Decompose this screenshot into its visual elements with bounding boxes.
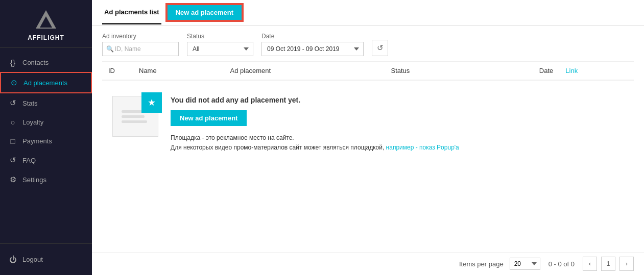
empty-text-section: You did not add any ad placement yet. Ne… xyxy=(171,96,624,153)
ad-placements-icon: ⊙ xyxy=(9,78,18,87)
sidebar-item-label: Loyalty xyxy=(22,118,43,126)
items-per-page-select[interactable]: 10 20 50 100 xyxy=(510,258,540,270)
tabs-bar: Ad placments list New ad placement xyxy=(92,0,644,26)
pagination-bar: Items per page 10 20 50 100 0 - 0 of 0 ‹… xyxy=(92,252,644,275)
date-select[interactable]: 09 Oct 2019 - 09 Oct 2019 xyxy=(261,42,364,56)
table-header-row: ID Name Ad placement Status Date Link xyxy=(102,62,634,81)
sidebar-item-logout[interactable]: ⏻ Logout xyxy=(0,250,92,269)
payments-icon: □ xyxy=(8,137,17,145)
status-filter: Status All Active Inactive xyxy=(187,33,253,56)
sidebar-item-settings[interactable]: ⚙ Settings xyxy=(0,170,92,189)
filters-bar: Ad inventory 🔍 Status All Active Inactiv… xyxy=(92,26,644,61)
faq-icon: ↺ xyxy=(8,156,17,165)
col-link: Link xyxy=(559,62,634,81)
star-icon: ★ xyxy=(148,97,156,108)
table-header: ID Name Ad placement Status Date Link xyxy=(102,62,634,81)
status-select[interactable]: All Active Inactive xyxy=(187,42,253,56)
col-name: Name xyxy=(133,62,224,81)
empty-state-cell: ★ You did not add any ad placement yet. … xyxy=(102,80,634,168)
empty-state: ★ You did not add any ad placement yet. … xyxy=(102,81,634,168)
description-text: Площадка - это рекламное место на сайте.… xyxy=(171,133,624,153)
sidebar-item-ad-placements[interactable]: ⊙ Ad placements xyxy=(0,72,92,93)
sidebar-item-faq[interactable]: ↺ FAQ xyxy=(0,151,92,170)
desc-line-2-start: Для некоторых видео промо-материалов сай… xyxy=(171,144,384,151)
logo-area: AFFILIGHT xyxy=(0,0,92,48)
col-id: ID xyxy=(102,62,133,81)
placeholder-line-2 xyxy=(122,115,145,118)
date-label: Date xyxy=(261,33,364,40)
sidebar-footer: ⏻ Logout xyxy=(0,243,92,275)
sidebar-item-label: FAQ xyxy=(22,157,36,164)
current-page: 1 xyxy=(601,257,615,271)
sidebar-item-label: Contacts xyxy=(22,59,49,66)
placeholder-line-3 xyxy=(122,120,147,123)
status-label: Status xyxy=(187,33,253,40)
main-content: Ad placments list New ad placement Ad in… xyxy=(92,0,644,275)
new-ad-placement-button[interactable]: New ad placement xyxy=(166,4,243,21)
sidebar-item-payments[interactable]: □ Payments xyxy=(0,132,92,151)
star-box: ★ xyxy=(141,92,162,113)
logout-label: Logout xyxy=(22,256,43,263)
desc-line-2-link[interactable]: например - показ Popup'а xyxy=(384,144,459,151)
sidebar-item-label: Stats xyxy=(22,99,38,107)
date-filter: Date 09 Oct 2019 - 09 Oct 2019 xyxy=(261,33,364,56)
logo-icon xyxy=(8,9,84,31)
loyalty-icon: ○ xyxy=(8,118,17,127)
ad-placements-table: ID Name Ad placement Status Date Link xyxy=(102,61,634,168)
sidebar-nav: {} Contacts ⊙ Ad placements ↺ Stats ○ Lo… xyxy=(0,48,92,243)
logout-icon: ⏻ xyxy=(8,255,17,264)
reset-button[interactable]: ↺ xyxy=(372,40,388,56)
empty-state-row: ★ You did not add any ad placement yet. … xyxy=(102,80,634,168)
sidebar-item-stats[interactable]: ↺ Stats xyxy=(0,93,92,113)
inventory-label: Ad inventory xyxy=(102,33,179,40)
table-body: ★ You did not add any ad placement yet. … xyxy=(102,80,634,168)
table-container: ID Name Ad placement Status Date Link xyxy=(92,61,644,252)
sidebar-item-loyalty[interactable]: ○ Loyalty xyxy=(0,113,92,132)
settings-icon: ⚙ xyxy=(8,175,17,184)
stats-icon: ↺ xyxy=(8,98,17,108)
col-ad-placement: Ad placement xyxy=(224,62,385,81)
items-per-page-label: Items per page xyxy=(459,260,504,268)
sidebar-item-label: Ad placements xyxy=(23,79,67,87)
inventory-filter: Ad inventory 🔍 xyxy=(102,33,179,56)
prev-page-button[interactable]: ‹ xyxy=(583,257,597,271)
sidebar-item-contacts[interactable]: {} Contacts xyxy=(0,53,92,72)
empty-title: You did not add any ad placement yet. xyxy=(171,96,624,104)
next-page-button[interactable]: › xyxy=(619,257,634,271)
sidebar: AFFILIGHT {} Contacts ⊙ Ad placements ↺ … xyxy=(0,0,92,275)
sidebar-item-label: Settings xyxy=(22,176,46,184)
contacts-icon: {} xyxy=(8,58,17,67)
inventory-search-wrapper: 🔍 xyxy=(102,42,179,56)
page-range: 0 - 0 of 0 xyxy=(548,260,575,268)
placeholder-image: ★ xyxy=(112,96,158,137)
tab-ad-placements-list[interactable]: Ad placments list xyxy=(102,1,161,24)
desc-line-1: Площадка - это рекламное место на сайте. xyxy=(171,134,294,141)
sidebar-item-label: Payments xyxy=(22,137,52,145)
col-date: Date xyxy=(480,62,560,81)
new-ad-placement-empty-button[interactable]: New ad placement xyxy=(171,110,247,126)
search-icon: 🔍 xyxy=(106,45,114,53)
app-name: AFFILIGHT xyxy=(8,34,84,41)
col-status: Status xyxy=(385,62,480,81)
